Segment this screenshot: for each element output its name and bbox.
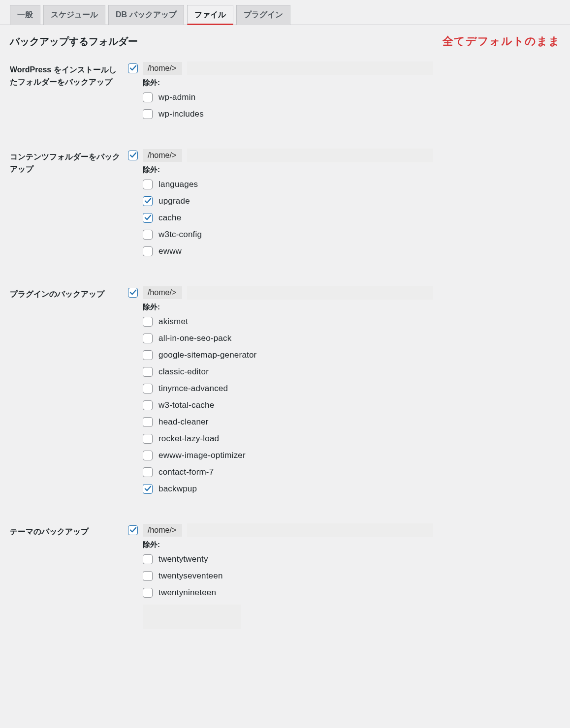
exclude-item: twentyseventeen xyxy=(143,571,560,581)
exclude-item: rocket-lazy-load xyxy=(143,434,560,444)
exclude-item-label: ewww xyxy=(158,246,182,256)
section-title-plugins: プラグインのバックアップ xyxy=(0,283,128,520)
exclude-item: w3-total-cache xyxy=(143,400,560,410)
exclude-checkbox[interactable] xyxy=(143,109,153,119)
exclude-checkbox[interactable] xyxy=(143,400,153,410)
exclude-item: upgrade xyxy=(143,196,560,206)
exclude-item: google-sitemap-generator xyxy=(143,350,560,360)
exclude-label-themes: 除外: xyxy=(143,540,560,549)
path-redacted-plugins xyxy=(187,286,433,300)
exclude-checkbox[interactable] xyxy=(143,484,153,494)
exclude-label-wp-install: 除外: xyxy=(143,78,560,88)
tab-1[interactable]: スケジュール xyxy=(43,5,105,25)
exclude-item-label: wp-admin xyxy=(158,92,195,102)
exclude-label-plugins: 除外: xyxy=(143,303,560,312)
exclude-item: head-cleaner xyxy=(143,417,560,427)
exclude-item: wp-admin xyxy=(143,92,560,102)
lead-row-wp-install: /home/> xyxy=(128,61,560,75)
path-box-themes: /home/> xyxy=(143,524,182,537)
exclude-item-label: w3tc-config xyxy=(158,230,202,240)
exclude-item: w3tc-config xyxy=(143,230,560,240)
exclude-checkbox[interactable] xyxy=(143,213,153,223)
exclude-item: wp-includes xyxy=(143,109,560,119)
exclude-item-label: akismet xyxy=(158,317,188,327)
section-title-themes: テーマのバックアップ xyxy=(0,520,128,649)
exclude-wrap-content: 除外:languagesupgradecachew3tc-configewww xyxy=(128,165,560,256)
exclude-item: contact-form-7 xyxy=(143,467,560,477)
exclude-item: twentytwenty xyxy=(143,554,560,564)
exclude-checkbox[interactable] xyxy=(143,246,153,256)
exclude-checkbox[interactable] xyxy=(143,92,153,102)
exclude-item: akismet xyxy=(143,317,560,327)
path-box-content: /home/> xyxy=(143,149,182,162)
exclude-checkbox[interactable] xyxy=(143,417,153,427)
exclude-item-label: backwpup xyxy=(158,484,197,494)
exclude-checkbox[interactable] xyxy=(143,350,153,360)
exclude-checkbox[interactable] xyxy=(143,554,153,564)
exclude-item-label: w3-total-cache xyxy=(158,400,214,410)
tab-2[interactable]: DB バックアップ xyxy=(108,5,184,25)
tab-bar: 一般スケジュールDB バックアップファイルプラグイン xyxy=(0,0,570,25)
exclude-checkbox[interactable] xyxy=(143,384,153,394)
section-title-content: コンテンツフォルダーをバックアップ xyxy=(0,146,128,283)
section-heading: バックアップするフォルダー xyxy=(10,35,138,48)
section-body-content: /home/>除外:languagesupgradecachew3tc-conf… xyxy=(128,146,570,283)
path-redacted-themes xyxy=(187,523,433,537)
exclude-checkbox[interactable] xyxy=(143,467,153,477)
exclude-checkbox[interactable] xyxy=(143,367,153,377)
exclude-checkbox[interactable] xyxy=(143,317,153,327)
exclude-item: cache xyxy=(143,213,560,223)
exclude-checkbox[interactable] xyxy=(143,451,153,460)
section-row-wp-install: WordPress をインストールしたフォルダーをバックアップ/home/>除外… xyxy=(0,59,570,146)
exclude-checkbox[interactable] xyxy=(143,196,153,206)
exclude-checkbox[interactable] xyxy=(143,334,153,343)
tab-4[interactable]: プラグイン xyxy=(236,5,290,25)
enable-checkbox-plugins[interactable] xyxy=(128,288,138,298)
path-box-plugins: /home/> xyxy=(143,286,182,299)
exclude-checkbox[interactable] xyxy=(143,434,153,444)
path-redacted-content xyxy=(187,149,433,162)
exclude-item-label: languages xyxy=(158,180,198,189)
path-box-wp-install: /home/> xyxy=(143,62,182,75)
exclude-item: tinymce-advanced xyxy=(143,384,560,394)
exclude-item: languages xyxy=(143,180,560,189)
heading-row: バックアップするフォルダー 全てデフォルトのまま xyxy=(0,25,570,59)
exclude-checkbox[interactable] xyxy=(143,230,153,240)
section-row-content: コンテンツフォルダーをバックアップ/home/>除外:languagesupgr… xyxy=(0,146,570,283)
extra-redacted-box xyxy=(143,605,241,629)
lead-row-themes: /home/> xyxy=(128,523,560,537)
exclude-item: backwpup xyxy=(143,484,560,494)
exclude-wrap-themes: 除外:twentytwentytwentyseventeentwentynine… xyxy=(128,540,560,598)
annotation-text: 全てデフォルトのまま xyxy=(443,34,560,49)
exclude-item-label: tinymce-advanced xyxy=(158,384,228,394)
lead-row-content: /home/> xyxy=(128,149,560,162)
exclude-item-label: all-in-one-seo-pack xyxy=(158,334,231,343)
exclude-item: classic-editor xyxy=(143,367,560,377)
tab-0[interactable]: 一般 xyxy=(10,5,40,25)
enable-checkbox-content[interactable] xyxy=(128,151,138,160)
exclude-item-label: ewww-image-optimizer xyxy=(158,451,246,460)
exclude-item-label: rocket-lazy-load xyxy=(158,434,219,444)
exclude-item: ewww xyxy=(143,246,560,256)
exclude-item-label: upgrade xyxy=(158,196,190,206)
section-body-plugins: /home/>除外:akismetall-in-one-seo-packgoog… xyxy=(128,283,570,520)
exclude-item: twentynineteen xyxy=(143,588,560,598)
exclude-checkbox[interactable] xyxy=(143,588,153,598)
section-body-themes: /home/>除外:twentytwentytwentyseventeentwe… xyxy=(128,520,570,649)
section-title-wp-install: WordPress をインストールしたフォルダーをバックアップ xyxy=(0,59,128,146)
settings-table: WordPress をインストールしたフォルダーをバックアップ/home/>除外… xyxy=(0,59,570,649)
exclude-item-label: cache xyxy=(158,213,181,223)
exclude-item-label: google-sitemap-generator xyxy=(158,350,256,360)
tab-3[interactable]: ファイル xyxy=(187,5,233,25)
enable-checkbox-themes[interactable] xyxy=(128,525,138,535)
exclude-item-label: head-cleaner xyxy=(158,417,209,427)
exclude-checkbox[interactable] xyxy=(143,571,153,581)
enable-checkbox-wp-install[interactable] xyxy=(128,63,138,73)
exclude-item-label: twentytwenty xyxy=(158,554,208,564)
exclude-item-label: classic-editor xyxy=(158,367,209,377)
exclude-item: all-in-one-seo-pack xyxy=(143,334,560,343)
exclude-checkbox[interactable] xyxy=(143,180,153,189)
exclude-item-label: contact-form-7 xyxy=(158,467,214,477)
exclude-item-label: wp-includes xyxy=(158,109,204,119)
section-row-themes: テーマのバックアップ/home/>除外:twentytwentytwentyse… xyxy=(0,520,570,649)
